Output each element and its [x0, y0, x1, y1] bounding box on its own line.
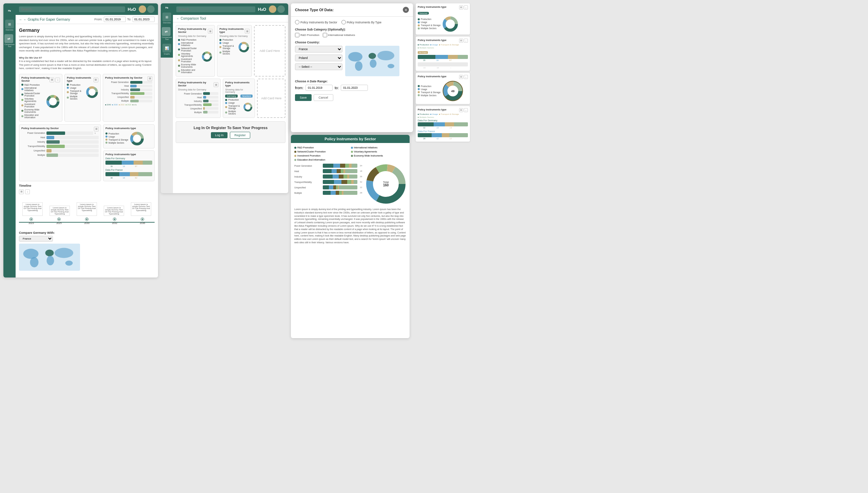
comp-expand-2[interactable]: ⊞	[245, 29, 250, 34]
comp-chart-sector: Policy Instruments by Sector ⊞ Showing d…	[176, 25, 215, 77]
legend-type-2: Production Usage Transport & Storage Mul…	[105, 132, 128, 145]
sidebar3-download[interactable]: ↓	[464, 75, 468, 79]
timeline-section: Timeline ⊞ ↓ Lorem ipsum is simply Dummy…	[19, 184, 155, 228]
sidebar2-comparison[interactable]: ⇄	[162, 27, 171, 36]
checkbox-rd-label: R&D Promotion	[300, 34, 319, 37]
sidebar-card-2: Policy instruments type ⊞ ↓ ■ Production…	[416, 37, 470, 71]
sidebar2-graphs[interactable]: 📊	[162, 44, 171, 53]
sidebar-item-overview-label: Overview	[5, 29, 14, 31]
expand-icon-3[interactable]: ⊞	[147, 76, 152, 81]
sector-header-logo: Policy Instruments by Sector	[324, 137, 376, 141]
stacked-data-germany: Data For Germany	[105, 157, 152, 160]
comp-small-legend: Production Usage Transport & Storage Mul…	[225, 99, 242, 116]
timeline-download[interactable]: ↓	[25, 189, 30, 194]
sidebar-logo: H₂	[5, 6, 14, 15]
expand-icon[interactable]: ⊞	[50, 78, 54, 82]
svg-point-12	[89, 89, 95, 95]
checkbox-intl[interactable]: International Initiatives	[323, 33, 355, 37]
date-to-input[interactable]	[133, 17, 155, 22]
chart-sector-legend: Policy Instruments by Sector ⊞ ↓ R&D Pro…	[19, 74, 62, 122]
login-button[interactable]: Log In	[211, 132, 228, 138]
modal-close-button[interactable]: ✕	[403, 7, 409, 13]
comp-search-input[interactable]	[176, 6, 255, 12]
compare-section: Compare Germany With: France Poland Spai…	[19, 231, 155, 271]
comp-donut-small	[243, 101, 253, 114]
donut-type-chart	[86, 84, 98, 100]
sidebar1-download[interactable]: ↓	[464, 5, 468, 9]
chart-type-donut-2: Policy instruments type Production Usage…	[103, 124, 155, 148]
svg-point-49	[388, 64, 394, 68]
comp-back-button[interactable]: ← Comparison Tool	[176, 17, 206, 20]
expand-icon-4[interactable]: ⊞	[94, 127, 99, 131]
stacked-data-france: Data For France	[105, 169, 152, 171]
comp-bar-title: Policy Instruments by Sector	[178, 81, 214, 87]
date-from-input[interactable]	[104, 17, 126, 22]
checkbox-rd[interactable]: R&D Promotion	[295, 33, 319, 37]
svg-point-48	[377, 51, 394, 60]
from-label: From:	[94, 18, 102, 21]
country-select-3[interactable]: -- Select --	[295, 63, 342, 70]
radio-type-input[interactable]	[341, 20, 346, 24]
timeline-expand[interactable]: ⊞	[19, 189, 24, 194]
chart-large-bar-title: Policy Instruments by Sector	[21, 127, 59, 130]
sector-panel: Policy Instruments by Sector R&D Promoti…	[291, 135, 410, 338]
modal-date-to[interactable]	[341, 85, 368, 91]
download-icon[interactable]: ↓	[55, 78, 60, 82]
sub-header: ← ← Graphs For Gaper Germany From: To:	[16, 15, 158, 24]
sidebar-stacked-1	[418, 55, 468, 59]
sidebar1-expand[interactable]: ⊞	[459, 5, 463, 9]
checkbox-rd-input[interactable]	[295, 33, 299, 37]
sidebar-legend-3: Production Usage Transport & Storage Mul…	[418, 85, 440, 97]
radio-sector-input[interactable]	[295, 20, 299, 24]
date-from-label: from:	[295, 86, 303, 90]
modal-save-button[interactable]: Save	[295, 94, 312, 101]
sidebar2-expand[interactable]: ⊞	[459, 39, 463, 43]
svg-point-37	[241, 44, 246, 49]
comp-avatar2	[277, 5, 285, 13]
sub-cat-title: Choose Sub Category (Optionally):	[295, 28, 409, 31]
back-button[interactable]: ← ← Graphs For Gaper Germany	[19, 18, 70, 21]
bar-label-unspec: Unspecified	[105, 96, 129, 98]
sidebar-item-overview[interactable]: ⊞	[5, 20, 14, 28]
radio-sector[interactable]: Policy Instruments By Sector	[295, 20, 337, 24]
sidebar4-germany: Data For Germany	[418, 119, 468, 122]
chart-sector-bar-large: Policy Instruments by Sector ⊞ Power Gen…	[19, 124, 101, 181]
sidebar4-download[interactable]: ↓	[464, 108, 468, 112]
add-card-1[interactable]: Add Card Here	[254, 25, 285, 77]
register-button[interactable]: Register	[230, 132, 250, 139]
country-select-2[interactable]: Poland France Germany	[295, 55, 342, 61]
timeline-note-5: Lorem ipsum is simply Dummy Text Of The …	[131, 202, 151, 216]
timeline-dots: 2023 2025 2030 2032 2036	[19, 218, 155, 224]
comp-expand-1[interactable]: ⊞	[208, 29, 213, 34]
modal-date-from[interactable]	[305, 85, 333, 91]
stacked-bar-germany	[105, 161, 152, 165]
sector-legend: R&D Promotion International Initiatives …	[21, 84, 44, 119]
modal-title: Choose Type Of Data:	[295, 8, 334, 12]
search-input[interactable]	[19, 6, 125, 12]
bar-label-heat: Heat	[105, 85, 129, 87]
expand-icon-2[interactable]: ⊞	[94, 78, 98, 82]
timeline-note-4: Lorem ipsum is simply Dummy Text Of The …	[104, 206, 124, 216]
modal-subcategory-section: Choose Sub Category (Optionally): R&D Pr…	[295, 28, 409, 37]
stacked-bar-france	[105, 172, 152, 176]
sidebar-large-donut: 49	[442, 80, 464, 102]
modal-cancel-button[interactable]: Cancel	[314, 94, 333, 101]
sidebar4-france: Data For France	[418, 130, 468, 132]
add-card-2[interactable]: Add Card Here	[257, 79, 285, 118]
comp-expand-3[interactable]: ⊞	[214, 82, 218, 87]
sidebar-item-comparison[interactable]: ⇄	[4, 34, 13, 43]
large-donut-wrap: Total 160	[366, 164, 406, 205]
sidebar3-expand[interactable]: ⊞	[459, 75, 463, 79]
country-select-1[interactable]: France Germany Poland Spain	[295, 46, 342, 53]
type-stacked-title: Policy instruments type	[105, 153, 152, 156]
sidebar4-expand[interactable]: ⊞	[459, 108, 463, 112]
sidebar2-download[interactable]: ↓	[464, 39, 468, 43]
radio-type[interactable]: Policy Instruments By Type	[341, 20, 381, 24]
checkbox-intl-input[interactable]	[323, 33, 327, 37]
sidebar-badge-1: Selected	[418, 12, 429, 15]
sidebar2-overview[interactable]: ⊞	[162, 13, 171, 21]
svg-point-42	[246, 105, 250, 109]
compare-select[interactable]: France Poland Spain Italy	[19, 236, 53, 242]
sidebar-card-1: Policy instruments type ⊞ ↓ Selected Pro…	[416, 3, 470, 35]
svg-point-32	[204, 54, 210, 59]
